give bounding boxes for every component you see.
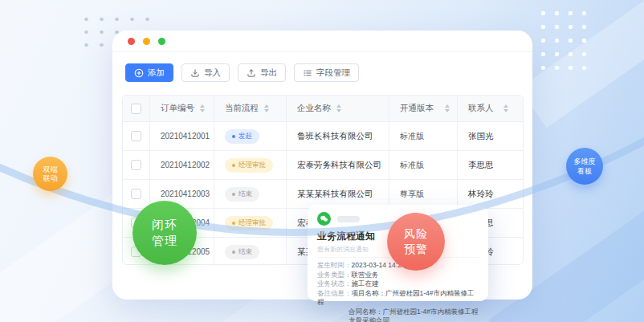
process-cell: 发起 [214, 122, 286, 150]
notification-field: 业务状态：施工在建 [317, 279, 479, 289]
sort-icon[interactable] [200, 104, 205, 112]
notification-source-placeholder [337, 216, 360, 222]
order-number-cell: 20210412002 [149, 151, 214, 179]
sort-icon[interactable] [503, 104, 508, 112]
column-header-label: 开通版本 [400, 103, 434, 114]
window-titlebar [112, 31, 532, 52]
column-header-process[interactable]: 当前流程 [214, 96, 286, 121]
export-button-label: 导出 [260, 67, 277, 79]
notification-extra-line: 合同名称：广州碧桂园1-4#市内精装修工程龙骨采购合同 [317, 308, 479, 322]
notification-fields: 发生时间：2023-03-14 14:2 业务类型：联营业务 业务状态：施工在建… [317, 261, 479, 322]
column-header-label: 订单编号 [161, 103, 194, 114]
add-button[interactable]: 添加 [125, 63, 173, 82]
wechat-icon [317, 212, 331, 226]
status-badge: 结束 [225, 245, 259, 259]
status-badge: 发起 [225, 129, 259, 144]
plus-circle-icon [134, 68, 144, 78]
window-minimize-button[interactable] [143, 38, 150, 45]
table-row[interactable]: 20210412002 经理审批 宏泰劳务科技有限公司 标准版 李思思 [123, 150, 523, 179]
status-dot-icon [232, 135, 235, 138]
feature-badge-multi-board: 多维度 看板 [566, 148, 603, 185]
version-cell: 标准版 [389, 122, 457, 150]
table-row[interactable]: 20210412001 发起 鲁班长科技有限公司 标准版 张国光 [123, 121, 523, 150]
table-row[interactable]: 20210412003 结束 某某某科技有限公司 尊享版 林玲玲 [123, 179, 523, 208]
sort-icon[interactable] [445, 104, 450, 112]
export-button[interactable]: 导出 [238, 63, 286, 82]
version-cell: 标准版 [389, 151, 457, 179]
status-badge: 结束 [225, 187, 259, 202]
column-header-contact[interactable]: 联系人 [457, 96, 524, 121]
column-header-version[interactable]: 开通版本 [389, 96, 457, 121]
marketing-illustration: 添加 导入 导出 字段管理 [0, 0, 644, 322]
dot-grid-decoration-right [536, 6, 588, 71]
import-button-label: 导入 [204, 67, 221, 79]
field-list-icon [303, 68, 312, 78]
select-all-checkbox[interactable] [131, 104, 141, 114]
company-cell: 鲁班长科技有限公司 [286, 122, 389, 150]
process-cell: 结束 [214, 180, 286, 208]
status-dot-icon [232, 251, 235, 254]
status-badge: 经理审批 [225, 216, 273, 230]
company-cell: 宏泰劳务科技有限公司 [286, 151, 389, 179]
status-dot-icon [232, 164, 235, 167]
notification-field: 备注信息：项目名称：广州碧桂园1-4#市内精装修工程 [317, 289, 479, 308]
notification-field: 业务类型：联营业务 [317, 271, 479, 280]
column-header-label: 企业名称 [297, 103, 331, 114]
select-all-cell [123, 96, 149, 121]
export-icon [247, 68, 256, 78]
contact-cell: 林玲玲 [457, 180, 524, 208]
sort-icon[interactable] [336, 104, 341, 112]
sort-icon[interactable] [264, 104, 269, 112]
feature-badge-closed-loop: 闭环 管理 [132, 201, 197, 265]
row-checkbox[interactable] [131, 131, 141, 141]
row-checkbox[interactable] [131, 189, 141, 199]
diagonal-stripe-decoration [519, 0, 644, 128]
process-cell: 结束 [214, 238, 286, 265]
row-checkbox[interactable] [131, 160, 141, 170]
status-dot-icon [232, 222, 235, 225]
column-header-order[interactable]: 订单编号 [149, 96, 214, 121]
contact-cell: 李思思 [457, 151, 524, 179]
toolbar: 添加 导入 导出 字段管理 [125, 63, 359, 82]
contact-cell: 张国光 [457, 122, 524, 150]
column-header-company[interactable]: 企业名称 [286, 96, 389, 121]
feature-badge-dual-link: 双端 联动 [33, 157, 67, 191]
field-management-button-label: 字段管理 [316, 67, 350, 79]
column-header-label: 联系人 [468, 103, 494, 114]
window-close-button[interactable] [128, 38, 135, 45]
status-badge: 经理审批 [225, 158, 273, 173]
import-icon [190, 68, 200, 78]
status-dot-icon [232, 193, 235, 196]
feature-badge-risk-alert: 风险 预警 [387, 213, 445, 271]
version-cell: 尊享版 [389, 180, 457, 208]
order-number-cell: 20210412001 [149, 122, 214, 150]
process-cell: 经理审批 [214, 209, 286, 237]
process-cell: 经理审批 [214, 151, 286, 179]
add-button-label: 添加 [148, 67, 165, 79]
window-zoom-button[interactable] [158, 38, 165, 45]
column-header-label: 当前流程 [225, 103, 259, 114]
table-header-row: 订单编号 当前流程 企业名称 开通版本 联系人 [123, 96, 523, 121]
import-button[interactable]: 导入 [181, 63, 230, 82]
company-cell: 某某某科技有限公司 [286, 180, 389, 208]
field-management-button[interactable]: 字段管理 [294, 63, 359, 82]
